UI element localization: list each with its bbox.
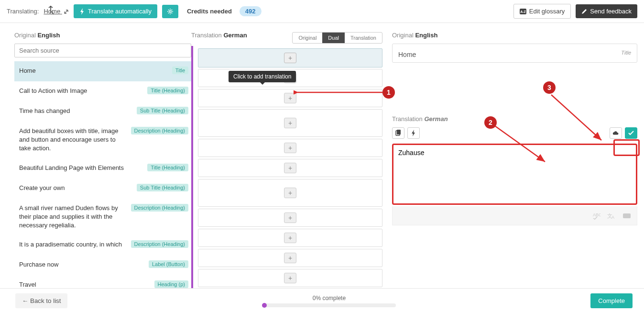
translation-cell[interactable]: + bbox=[198, 249, 382, 267]
translating-label: Translating: bbox=[7, 8, 39, 15]
translation-cell-list: +++++++++++ bbox=[191, 48, 382, 287]
footer: ← Back to list 0% complete Complete bbox=[0, 288, 644, 289]
tooltip-add-translation: Click to add translation bbox=[229, 71, 296, 82]
add-translation-button[interactable]: + bbox=[284, 118, 296, 128]
source-text: Home bbox=[19, 67, 168, 75]
source-text: Call to Action with Image bbox=[19, 87, 143, 95]
translation-cell[interactable]: + bbox=[198, 179, 382, 207]
copy-source-button[interactable] bbox=[392, 127, 404, 139]
source-tag: Description (Heading) bbox=[131, 204, 188, 212]
cloud-icon bbox=[612, 130, 619, 136]
annotation-badge-3: 3 bbox=[543, 81, 556, 94]
view-translation-tab[interactable]: Translation bbox=[345, 33, 382, 43]
translate-auto-button[interactable]: Translate automatically bbox=[74, 4, 157, 18]
original-tag: Title bbox=[621, 50, 631, 56]
source-item[interactable]: A small river named Duden flows by their… bbox=[14, 199, 191, 235]
svg-text:A: A bbox=[611, 215, 614, 220]
translation-cell[interactable]: + bbox=[198, 109, 382, 137]
auto-translate-button[interactable] bbox=[407, 127, 420, 139]
add-translation-button[interactable]: + bbox=[284, 143, 296, 153]
source-tag: Title (Heading) bbox=[147, 87, 188, 94]
add-translation-button[interactable]: + bbox=[284, 212, 296, 223]
translation-cell[interactable]: + bbox=[198, 139, 382, 157]
topbar: Translating: Home Translate automaticall… bbox=[0, 0, 644, 23]
add-translation-button[interactable]: + bbox=[284, 273, 296, 283]
translation-header: Translation German bbox=[191, 32, 247, 39]
annotation-badge-1: 1 bbox=[382, 86, 395, 99]
svg-text:A-Z: A-Z bbox=[520, 10, 526, 13]
source-tag: Sub Title (Heading) bbox=[137, 107, 188, 114]
original-text-block: Title Home bbox=[392, 44, 637, 63]
source-item[interactable]: HomeTitle bbox=[14, 61, 191, 81]
detail-original-header: Original English bbox=[392, 32, 637, 39]
translation-cell[interactable]: + bbox=[198, 229, 382, 247]
source-item[interactable]: Purchase nowLabel (Button) bbox=[14, 255, 191, 275]
translate-icon: 文A bbox=[607, 212, 616, 220]
pencil-icon bbox=[581, 9, 587, 14]
source-text: Create your own bbox=[19, 184, 133, 192]
original-text: Home bbox=[398, 51, 631, 58]
source-text: It is a paradisematic country, in which bbox=[19, 240, 127, 249]
search-source-input[interactable] bbox=[14, 44, 191, 57]
view-dual-tab[interactable]: Dual bbox=[322, 33, 345, 43]
source-item[interactable]: Beautiful Landing Page with ElementsTitl… bbox=[14, 158, 191, 179]
gear-icon bbox=[167, 8, 174, 15]
edit-glossary-button[interactable]: A-Z Edit glossary bbox=[513, 4, 571, 19]
translation-cell[interactable]: + bbox=[198, 89, 382, 107]
bolt-icon bbox=[410, 130, 417, 136]
source-list: HomeTitleCall to Action with ImageTitle … bbox=[14, 61, 191, 289]
svg-rect-5 bbox=[397, 130, 401, 134]
translation-toolbar bbox=[392, 127, 637, 139]
source-item[interactable]: Call to Action with ImageTitle (Heading) bbox=[14, 81, 191, 101]
svg-text:ABC: ABC bbox=[593, 212, 600, 217]
translation-editor[interactable] bbox=[392, 144, 637, 205]
keyboard-icon bbox=[622, 212, 631, 220]
detail-column: Original English Title Home Translation … bbox=[382, 23, 637, 289]
source-item[interactable]: Time has changedSub Title (Heading) bbox=[14, 101, 191, 122]
source-tag: Heading (p) bbox=[154, 280, 188, 288]
svg-rect-9 bbox=[623, 213, 631, 218]
source-header: Original English bbox=[14, 32, 191, 39]
translate-auto-settings-button[interactable] bbox=[162, 5, 178, 18]
translation-cell[interactable]: + bbox=[198, 209, 382, 227]
translation-cell[interactable]: + bbox=[198, 269, 382, 287]
credits-label: Credits needed bbox=[187, 8, 232, 15]
source-tag: Label (Button) bbox=[149, 260, 188, 268]
source-text: Travel bbox=[19, 280, 151, 289]
main-area: Original English HomeTitleCall to Action… bbox=[0, 23, 644, 289]
source-item[interactable]: Add beautiful boxes with title, image an… bbox=[14, 122, 191, 158]
translation-cell[interactable]: + bbox=[198, 159, 382, 177]
source-tag: Title bbox=[172, 67, 188, 74]
annotation-highlight-confirm bbox=[613, 139, 640, 156]
annotation-badge-2: 2 bbox=[484, 116, 497, 129]
editor-footer: ABC 文A bbox=[392, 206, 637, 225]
add-translation-button[interactable]: + bbox=[284, 188, 296, 198]
view-original-tab[interactable]: Original bbox=[293, 33, 322, 43]
source-item[interactable]: Create your ownSub Title (Heading) bbox=[14, 179, 191, 199]
check-icon bbox=[628, 130, 634, 136]
glossary-icon: A-Z bbox=[520, 9, 526, 14]
translation-column: Translation German Original Dual Transla… bbox=[191, 23, 382, 289]
add-translation-button[interactable]: + bbox=[284, 53, 296, 63]
confirm-translation-button[interactable] bbox=[625, 127, 637, 139]
source-text: A small river named Duden flows by their… bbox=[19, 204, 127, 230]
add-translation-button[interactable]: + bbox=[284, 93, 296, 103]
add-translation-button[interactable]: + bbox=[284, 163, 296, 173]
add-translation-button[interactable]: + bbox=[284, 253, 296, 263]
active-indicator-bar bbox=[191, 46, 193, 289]
source-text: Time has changed bbox=[19, 107, 133, 115]
credits-value: 492 bbox=[240, 6, 262, 16]
view-toggle: Original Dual Translation bbox=[292, 32, 382, 44]
add-translation-button[interactable]: + bbox=[284, 233, 296, 243]
page-name-link[interactable]: Home bbox=[44, 8, 68, 15]
source-text: Purchase now bbox=[19, 260, 145, 269]
source-text: Beautiful Landing Page with Elements bbox=[19, 164, 143, 172]
send-feedback-button[interactable]: Send feedback bbox=[576, 4, 637, 18]
translation-cell[interactable]: + bbox=[198, 48, 382, 67]
source-item[interactable]: TravelHeading (p) bbox=[14, 275, 191, 289]
cloud-save-button[interactable] bbox=[610, 127, 622, 139]
spellcheck-icon: ABC bbox=[592, 212, 600, 220]
source-item[interactable]: It is a paradisematic country, in whichD… bbox=[14, 235, 191, 255]
external-link-icon bbox=[64, 9, 69, 14]
source-tag: Sub Title (Heading) bbox=[137, 184, 188, 191]
